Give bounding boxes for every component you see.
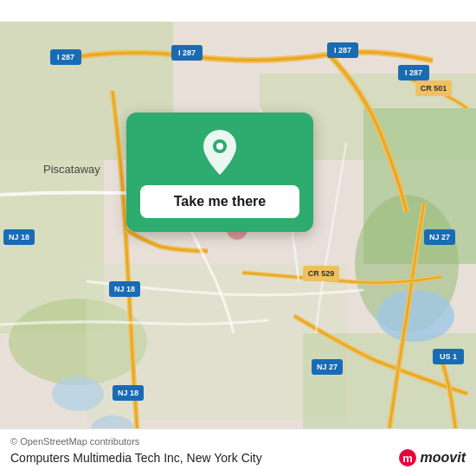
svg-point-9 bbox=[376, 290, 454, 342]
svg-text:I 287: I 287 bbox=[57, 53, 74, 61]
map-background: I 287 I 287 I 287 I 287 CR 501 NJ 18 NJ … bbox=[0, 0, 476, 476]
map-container: I 287 I 287 I 287 I 287 CR 501 NJ 18 NJ … bbox=[0, 0, 476, 476]
svg-text:NJ 27: NJ 27 bbox=[317, 363, 338, 371]
svg-text:CR 501: CR 501 bbox=[421, 84, 447, 93]
svg-text:CR 529: CR 529 bbox=[308, 269, 335, 278]
svg-text:NJ 18: NJ 18 bbox=[9, 233, 29, 241]
svg-text:I 287: I 287 bbox=[334, 46, 351, 55]
svg-point-10 bbox=[52, 376, 104, 411]
svg-text:I 287: I 287 bbox=[405, 68, 422, 77]
moovit-logo: m moovit bbox=[398, 448, 466, 467]
bottom-bar: © OpenStreetMap contributors Computers M… bbox=[0, 428, 476, 476]
svg-point-41 bbox=[216, 143, 223, 150]
copyright-label: © OpenStreetMap contributors bbox=[10, 436, 139, 447]
svg-text:NJ 18: NJ 18 bbox=[118, 389, 138, 397]
action-card: Take me there bbox=[126, 113, 313, 232]
svg-text:m: m bbox=[402, 452, 413, 465]
svg-text:NJ 27: NJ 27 bbox=[429, 233, 450, 241]
svg-text:Piscataway: Piscataway bbox=[43, 163, 100, 176]
location-title: Computers Multimedia Tech Inc, New York … bbox=[10, 451, 262, 465]
svg-text:US 1: US 1 bbox=[440, 352, 457, 361]
moovit-icon: m bbox=[398, 448, 417, 467]
moovit-brand-text: moovit bbox=[421, 450, 466, 466]
location-pin-icon bbox=[196, 128, 244, 177]
take-me-there-button[interactable]: Take me there bbox=[140, 185, 299, 218]
svg-text:NJ 18: NJ 18 bbox=[114, 285, 135, 293]
copyright-text: © OpenStreetMap contributors bbox=[10, 436, 466, 447]
svg-text:I 287: I 287 bbox=[178, 48, 196, 57]
